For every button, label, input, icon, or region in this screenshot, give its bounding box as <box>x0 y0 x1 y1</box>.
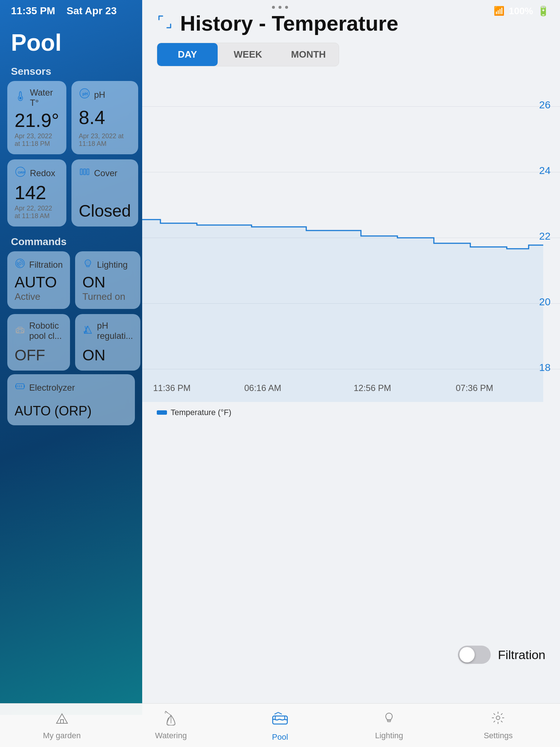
ph-value: 8.4 <box>79 107 131 128</box>
wifi-icon: 📶 <box>494 6 505 16</box>
svg-text:07:36 PM: 07:36 PM <box>456 383 493 393</box>
svg-rect-5 <box>80 169 82 175</box>
tab-watering[interactable]: Watering <box>116 710 225 740</box>
svg-text:06:16 AM: 06:16 AM <box>244 383 281 393</box>
legend-label-temp: Temperature (°F) <box>171 408 232 417</box>
command-card-robotic[interactable]: Robotic pool cl... OFF <box>7 314 70 371</box>
command-card-electrolyzer[interactable]: Electrolyzer AUTO (ORP) <box>7 374 135 425</box>
command-card-filtration[interactable]: i Filtration AUTO Active <box>7 251 70 309</box>
svg-point-0 <box>19 97 22 99</box>
filtration-toggle-switch[interactable] <box>458 646 491 664</box>
tab-day[interactable]: DAY <box>157 43 218 66</box>
electrolyzer-value: AUTO (ORP) <box>15 403 128 419</box>
water-temp-value: 21.9° <box>15 110 59 131</box>
my-garden-label: My garden <box>43 731 81 740</box>
svg-line-39 <box>166 711 171 715</box>
chart-tab-bar[interactable]: DAY WEEK MONTH <box>157 43 339 66</box>
redox-subtitle: Apr 22, 2022 at 11:18 AM <box>15 205 59 220</box>
filtration-toggle-area[interactable]: Filtration <box>458 646 545 664</box>
sensors-label: Sensors <box>0 60 142 81</box>
tab-lighting[interactable]: Lighting <box>335 710 444 740</box>
lighting-tab-icon <box>381 710 397 729</box>
svg-point-13 <box>17 330 19 333</box>
status-bar: 11:35 PM Sat Apr 23 📶 100% 🔋 <box>0 0 560 22</box>
command-header-electrolyzer: Electrolyzer <box>15 381 128 394</box>
lighting-status: Turned on <box>82 291 133 302</box>
command-card-ph-regulation[interactable]: pH pH regulati... ON <box>75 314 140 371</box>
svg-text:12:56 PM: 12:56 PM <box>354 383 391 393</box>
battery-icon: 🔋 <box>537 5 549 17</box>
cover-icon <box>79 166 90 180</box>
svg-text:22: 22 <box>539 231 551 242</box>
redox-value: 142 <box>15 182 59 203</box>
robotic-icon <box>15 324 26 338</box>
sensor-header-ph: pH pH <box>79 88 131 102</box>
legend-color-temp <box>157 410 167 415</box>
chart-legend: Temperature (°F) <box>142 402 560 423</box>
robotic-title: Robotic pool cl... <box>29 321 63 341</box>
sensor-card-water-temp[interactable]: Water T° 21.9° Apr 23, 2022 at 11:18 PM <box>7 81 66 154</box>
status-time-date: 11:35 PM Sat Apr 23 <box>11 5 117 17</box>
command-header-robotic: Robotic pool cl... <box>15 321 63 341</box>
redox-title: Redox <box>30 168 55 178</box>
svg-rect-15 <box>18 327 22 329</box>
svg-point-43 <box>496 716 500 720</box>
svg-rect-17 <box>16 384 24 389</box>
dots-menu[interactable] <box>272 6 288 9</box>
sensor-card-cover[interactable]: Cover Closed <box>71 159 138 227</box>
sensor-card-ph[interactable]: pH pH 8.4 Apr 23, 2022 at 11:18 AM <box>71 81 138 154</box>
water-temp-subtitle: Apr 23, 2022 at 11:18 PM <box>15 132 59 148</box>
command-header-lighting: Lighting <box>82 258 133 271</box>
dot-3 <box>285 6 288 9</box>
sensors-grid: Water T° 21.9° Apr 23, 2022 at 11:18 PM … <box>0 81 142 230</box>
electrolyzer-icon <box>15 381 26 394</box>
chart-area: 26 24 22 20 18 11:36 PM 06:16 AM 12:56 P… <box>142 74 560 402</box>
battery-percent: 100% <box>509 5 533 17</box>
filtration-toggle-label: Filtration <box>498 648 545 662</box>
lighting-icon <box>82 258 93 271</box>
filtration-status: Active <box>15 291 63 302</box>
cover-title: Cover <box>94 168 117 178</box>
filtration-icon: i <box>15 258 26 271</box>
redox-icon: ORP <box>15 166 26 180</box>
svg-text:11:36 PM: 11:36 PM <box>153 383 191 393</box>
electrolyzer-section: Electrolyzer AUTO (ORP) <box>0 374 142 425</box>
sensor-header-water: Water T° <box>15 88 59 108</box>
water-temp-title: Water T° <box>30 88 59 108</box>
dot-1 <box>272 6 275 9</box>
tab-pool[interactable]: Pool <box>225 709 334 742</box>
svg-text:24: 24 <box>539 165 551 176</box>
command-header-filtration: i Filtration <box>15 258 63 271</box>
ph-icon: pH <box>79 88 90 102</box>
svg-point-14 <box>21 330 23 333</box>
watering-label: Watering <box>155 731 187 740</box>
my-garden-icon <box>54 710 70 729</box>
lighting-tab-label: Lighting <box>375 731 403 740</box>
robotic-value: OFF <box>15 347 63 364</box>
tab-settings[interactable]: Settings <box>444 710 553 740</box>
status-time: 11:35 PM <box>11 5 55 16</box>
ph-reg-value: ON <box>82 347 133 364</box>
tab-month[interactable]: MONTH <box>278 43 339 66</box>
lighting-cmd-title: Lighting <box>97 260 128 270</box>
commands-grid: i Filtration AUTO Active Lighting ON <box>0 251 142 374</box>
settings-label: Settings <box>484 731 513 740</box>
svg-rect-6 <box>83 169 86 175</box>
svg-rect-18 <box>15 385 16 387</box>
svg-text:i: i <box>18 263 19 265</box>
tab-my-garden[interactable]: My garden <box>7 710 116 740</box>
sensor-card-redox[interactable]: ORP Redox 142 Apr 22, 2022 at 11:18 AM <box>7 159 66 227</box>
bottom-tab-bar: My garden Watering Pool <box>0 703 560 747</box>
svg-rect-11 <box>86 266 89 267</box>
svg-text:ORP: ORP <box>18 171 25 174</box>
command-card-lighting[interactable]: Lighting ON Turned on <box>75 251 140 309</box>
toggle-knob <box>459 647 475 662</box>
command-header-ph-reg: pH pH regulati... <box>82 321 133 341</box>
svg-point-9 <box>19 262 22 265</box>
ph-reg-title: pH regulati... <box>97 321 133 341</box>
status-right: 📶 100% 🔋 <box>494 5 549 17</box>
filtration-title: Filtration <box>29 260 63 270</box>
sidebar: Pool Sensors Water T° 21.9° Apr 23, 2022… <box>0 0 142 715</box>
tab-week[interactable]: WEEK <box>218 43 278 66</box>
svg-rect-42 <box>388 721 390 722</box>
